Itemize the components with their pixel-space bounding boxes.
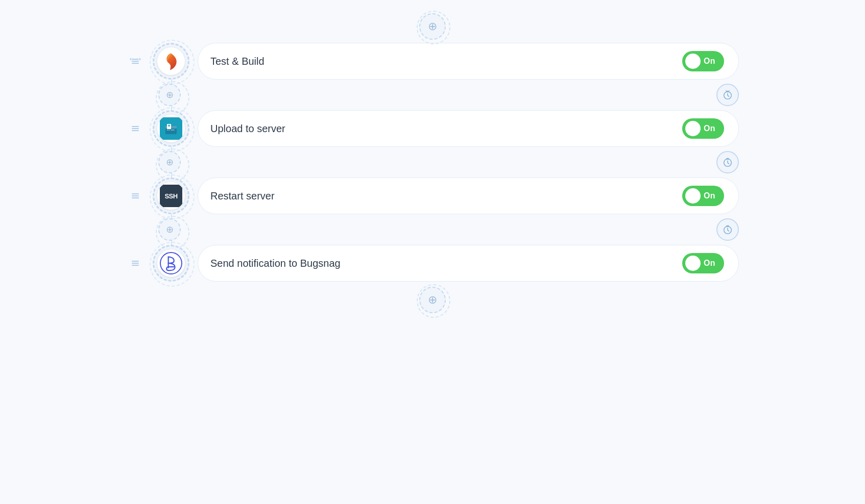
toggle-bugsnag[interactable]: On <box>682 253 724 273</box>
connector-timer-1 <box>716 84 739 106</box>
step-row-test-build: Test & Build On <box>126 43 739 80</box>
step-label-restart: Restart server <box>210 190 275 202</box>
step-card-restart: Restart server On <box>198 178 739 214</box>
step-label-upload: Upload to server <box>210 123 285 135</box>
toggle-knob-restart <box>685 188 701 204</box>
upload-icon <box>160 117 182 140</box>
drag-handle-upload[interactable] <box>126 119 145 138</box>
toggle-knob-bugsnag <box>685 256 701 271</box>
connector-timer-2 <box>716 151 739 173</box>
svg-rect-4 <box>169 125 170 127</box>
svg-rect-3 <box>167 124 171 129</box>
toggle-knob-upload <box>685 121 701 136</box>
connector-add-2: ⊕ <box>158 151 181 173</box>
connector-add-3: ⊕ <box>158 218 181 241</box>
plus-icon-1: ⊕ <box>166 89 174 100</box>
toggle-label-upload: On <box>704 124 715 133</box>
connector-add-1: ⊕ <box>158 84 181 106</box>
plus-icon-bottom: ⊕ <box>428 293 437 307</box>
add-step-button-2[interactable]: ⊕ <box>158 151 181 173</box>
toggle-label-test-build: On <box>704 57 715 66</box>
step-row-upload: Upload to server On <box>126 110 739 147</box>
connector-row-2: ⊕ <box>126 147 739 178</box>
step-card-upload: Upload to server On <box>198 110 739 147</box>
pipeline-container: ⊕ <box>126 10 739 316</box>
ssh-icon: SSH <box>160 185 182 207</box>
timer-button-2[interactable] <box>716 151 739 173</box>
drag-handle-test-build[interactable] <box>126 52 145 70</box>
add-step-button-bottom[interactable]: ⊕ <box>419 287 446 313</box>
plus-icon-2: ⊕ <box>166 157 174 168</box>
svg-point-5 <box>167 130 168 131</box>
connector-timer-3 <box>716 218 739 241</box>
toggle-label-bugsnag: On <box>704 259 715 268</box>
step-icon-upload <box>153 110 189 147</box>
plus-icon: ⊕ <box>428 20 437 33</box>
add-step-button-top[interactable]: ⊕ <box>419 13 446 40</box>
add-step-button-3[interactable]: ⊕ <box>158 218 181 241</box>
toggle-upload[interactable]: On <box>682 118 724 139</box>
drag-handle-restart[interactable] <box>126 187 145 205</box>
step-icon-bugsnag <box>153 245 189 282</box>
toggle-knob-test-build <box>685 54 701 69</box>
plus-icon-3: ⊕ <box>166 224 174 235</box>
step-label-test-build: Test & Build <box>210 56 265 67</box>
bugsnag-icon <box>160 252 182 274</box>
step-row-restart: SSH Restart server On <box>126 178 739 214</box>
step-icon-restart: SSH <box>153 178 189 214</box>
step-card-test-build: Test & Build On <box>198 43 739 80</box>
svg-point-6 <box>169 130 170 131</box>
step-label-bugsnag: Send notification to Bugsnag <box>210 258 341 269</box>
step-row-bugsnag: Send notification to Bugsnag On <box>126 245 739 282</box>
svg-rect-1 <box>165 126 177 134</box>
connector-row-3: ⊕ <box>126 214 739 245</box>
step-icon-test-build <box>153 43 189 80</box>
step-card-bugsnag: Send notification to Bugsnag On <box>198 245 739 282</box>
add-step-button-1[interactable]: ⊕ <box>158 84 181 106</box>
connector-row-1: ⊕ <box>126 80 739 110</box>
timer-button-1[interactable] <box>716 84 739 106</box>
svg-rect-2 <box>165 126 177 129</box>
toggle-restart[interactable]: On <box>682 186 724 206</box>
toggle-label-restart: On <box>704 191 715 200</box>
drag-handle-bugsnag[interactable] <box>126 254 145 272</box>
timer-button-3[interactable] <box>716 218 739 241</box>
svg-rect-7 <box>171 130 175 131</box>
toggle-test-build[interactable]: On <box>682 51 724 71</box>
